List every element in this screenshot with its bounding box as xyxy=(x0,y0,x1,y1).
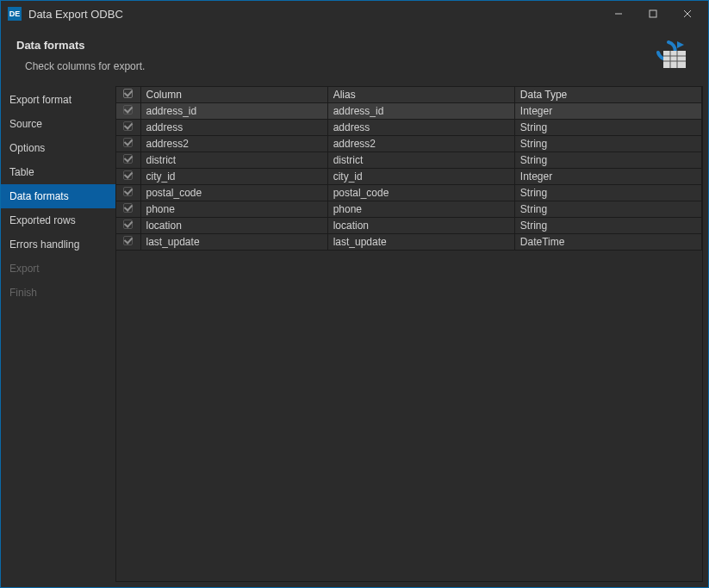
table-row[interactable]: districtdistrictString xyxy=(116,152,702,169)
cell-datatype[interactable]: String xyxy=(514,201,701,218)
maximize-button[interactable] xyxy=(636,2,670,26)
cell-alias[interactable]: phone xyxy=(327,201,514,218)
cell-column[interactable]: address xyxy=(140,120,327,136)
sidebar-item-source[interactable]: Source xyxy=(1,112,115,136)
sidebar-item-options[interactable]: Options xyxy=(1,136,115,160)
sidebar-item-errors-handling[interactable]: Errors handling xyxy=(1,232,115,257)
svg-marker-4 xyxy=(677,41,684,48)
row-checkbox[interactable] xyxy=(123,203,133,213)
row-checkbox[interactable] xyxy=(123,138,133,147)
cell-datatype[interactable]: String xyxy=(514,120,701,136)
header-checkbox-cell[interactable] xyxy=(116,87,140,103)
row-checkbox-cell[interactable] xyxy=(116,152,140,169)
table-row[interactable]: last_updatelast_updateDateTime xyxy=(116,234,702,251)
cell-column[interactable]: postal_code xyxy=(140,185,327,201)
page-header: Data formats Check columns for export. xyxy=(1,27,708,79)
header-alias[interactable]: Alias xyxy=(327,87,514,103)
cell-column[interactable]: address2 xyxy=(140,136,327,152)
row-checkbox[interactable] xyxy=(123,236,133,245)
cell-alias[interactable]: address_id xyxy=(327,103,514,120)
cell-column[interactable]: city_id xyxy=(140,169,327,185)
window-title: Data Export ODBC xyxy=(28,8,123,21)
sidebar-item-export: Export xyxy=(1,257,115,281)
table-row[interactable]: postal_codepostal_codeString xyxy=(116,185,702,201)
table-row[interactable]: locationlocationString xyxy=(116,218,702,234)
row-checkbox-cell[interactable] xyxy=(116,201,140,218)
header-column[interactable]: Column xyxy=(140,87,327,103)
select-all-checkbox[interactable] xyxy=(123,89,133,98)
cell-column[interactable]: last_update xyxy=(140,234,327,251)
cell-column[interactable]: district xyxy=(140,152,327,169)
columns-table: Column Alias Data Type address_idaddress… xyxy=(116,87,702,251)
row-checkbox-cell[interactable] xyxy=(116,218,140,234)
cell-alias[interactable]: location xyxy=(327,218,514,234)
dialog-footer: Save < Back Next > Export Cancel xyxy=(1,582,708,588)
cell-column[interactable]: phone xyxy=(140,201,327,218)
cell-alias[interactable]: address2 xyxy=(327,136,514,152)
row-checkbox[interactable] xyxy=(123,154,133,164)
row-checkbox-cell[interactable] xyxy=(116,169,140,185)
columns-table-container: Column Alias Data Type address_idaddress… xyxy=(115,86,703,582)
cell-column[interactable]: location xyxy=(140,218,327,234)
sidebar-item-data-formats[interactable]: Data formats xyxy=(1,184,115,208)
table-row[interactable]: address_idaddress_idInteger xyxy=(116,103,702,120)
cell-datatype[interactable]: Integer xyxy=(514,169,701,185)
row-checkbox-cell[interactable] xyxy=(116,120,140,136)
minimize-button[interactable] xyxy=(601,2,636,26)
row-checkbox[interactable] xyxy=(123,170,133,180)
row-checkbox-cell[interactable] xyxy=(116,185,140,201)
table-row[interactable]: addressaddressString xyxy=(116,120,702,136)
cell-datatype[interactable]: Integer xyxy=(514,103,701,120)
cell-datatype[interactable]: String xyxy=(514,136,701,152)
cell-alias[interactable]: postal_code xyxy=(327,185,514,201)
row-checkbox-cell[interactable] xyxy=(116,234,140,251)
page-title: Data formats xyxy=(16,39,653,52)
cell-datatype[interactable]: DateTime xyxy=(514,234,701,251)
cell-alias[interactable]: last_update xyxy=(327,234,514,251)
row-checkbox-cell[interactable] xyxy=(116,103,140,120)
export-grid-icon xyxy=(653,39,687,70)
cell-alias[interactable]: address xyxy=(327,120,514,136)
cell-alias[interactable]: city_id xyxy=(327,169,514,185)
cell-datatype[interactable]: String xyxy=(514,185,701,201)
page-subtitle: Check columns for export. xyxy=(16,60,653,72)
cell-alias[interactable]: district xyxy=(327,152,514,169)
row-checkbox[interactable] xyxy=(123,105,133,115)
table-row[interactable]: city_idcity_idInteger xyxy=(116,169,702,185)
row-checkbox[interactable] xyxy=(123,187,133,196)
table-row[interactable]: address2address2String xyxy=(116,136,702,152)
svg-rect-1 xyxy=(650,10,656,17)
svg-rect-5 xyxy=(663,51,686,68)
sidebar-item-exported-rows[interactable]: Exported rows xyxy=(1,208,115,232)
cell-datatype[interactable]: String xyxy=(514,218,701,234)
sidebar-item-export-format[interactable]: Export format xyxy=(1,88,115,112)
row-checkbox[interactable] xyxy=(123,220,133,229)
close-button[interactable] xyxy=(670,2,705,26)
row-checkbox[interactable] xyxy=(123,121,133,131)
cell-datatype[interactable]: String xyxy=(514,152,701,169)
sidebar-item-table[interactable]: Table xyxy=(1,160,115,184)
row-checkbox-cell[interactable] xyxy=(116,136,140,152)
sidebar-item-finish: Finish xyxy=(1,281,115,305)
cell-column[interactable]: address_id xyxy=(140,103,327,120)
header-datatype[interactable]: Data Type xyxy=(514,87,701,103)
wizard-sidebar: Export formatSourceOptionsTableData form… xyxy=(1,86,115,582)
table-row[interactable]: phonephoneString xyxy=(116,201,702,218)
titlebar: DE Data Export ODBC xyxy=(1,1,708,27)
app-icon: DE xyxy=(8,7,22,21)
